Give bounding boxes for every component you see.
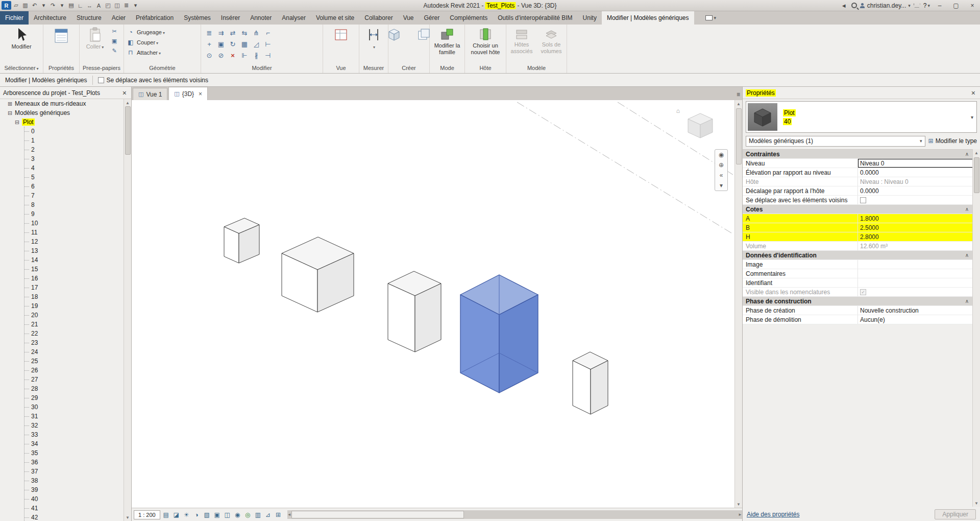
rotate-icon[interactable]: ↻ — [227, 39, 238, 50]
default-3d-view-icon[interactable]: ◰ — [104, 1, 112, 10]
row-decalage[interactable]: Décalage par rapport à l'hôte 0.0000 — [743, 186, 973, 196]
sun-path-icon[interactable]: ☀ — [182, 510, 191, 519]
properties-help-link[interactable]: Aide des propriétés — [747, 511, 799, 518]
redo-icon[interactable]: ↷ — [48, 1, 57, 10]
scale-icon[interactable]: ◿ — [251, 39, 262, 50]
tab-prefabrication[interactable]: Préfabrication — [131, 11, 179, 25]
row-phase-demolition[interactable]: Phase de démolition Aucun(e) — [743, 315, 973, 324]
tree-item-plot-type[interactable]: 23 — [24, 338, 124, 347]
tree-item-plot-type[interactable]: 2 — [24, 145, 124, 154]
row-a[interactable]: A 1.8000 — [743, 214, 973, 223]
scroll-down-icon[interactable]: ▼ — [126, 514, 130, 521]
tree-item-plot-type[interactable]: 10 — [24, 219, 124, 228]
scroll-down-icon[interactable]: ▼ — [974, 500, 978, 507]
pick-new-host-button[interactable]: Choisir un nouvel hôte — [469, 26, 502, 55]
tree-item-plot-type[interactable]: 9 — [24, 209, 124, 219]
maximize-button[interactable]: ▢ — [949, 1, 963, 10]
move-icon[interactable]: + — [204, 39, 215, 50]
properties-toggle-button[interactable] — [48, 26, 74, 44]
tab-structure[interactable]: Structure — [71, 11, 107, 25]
detail-level-icon[interactable]: ▤ — [161, 510, 171, 519]
tree-item-plot-type[interactable]: 37 — [24, 467, 124, 476]
tree-item-plot-type[interactable]: 41 — [24, 504, 124, 513]
tab-annoter[interactable]: Annoter — [245, 11, 277, 25]
mirror-axis-icon[interactable]: ⇄ — [227, 28, 238, 38]
temporary-view-properties-icon[interactable]: ▥ — [253, 510, 263, 519]
cut-to-clipboard-icon[interactable]: ✂ — [110, 27, 119, 35]
print-icon[interactable]: ▤ — [67, 1, 76, 10]
paste-button[interactable]: Coller — [82, 26, 108, 50]
search-icon[interactable] — [851, 3, 857, 8]
view-visibility-button[interactable] — [328, 26, 354, 42]
row-image[interactable]: Image — [743, 260, 973, 269]
scroll-up-icon[interactable]: ▲ — [737, 100, 741, 107]
close-icon[interactable]: × — [121, 89, 128, 97]
mirror-pick-icon[interactable]: ⇆ — [239, 28, 250, 38]
tree-item-plot-type[interactable]: 22 — [24, 329, 124, 338]
scroll-up-icon[interactable]: ▲ — [126, 99, 130, 106]
copy-icon[interactable]: ▣ — [215, 39, 227, 50]
app-store-cart-icon[interactable] — [914, 4, 920, 8]
scroll-up-icon[interactable]: ▲ — [974, 149, 978, 156]
group-donnees-identification[interactable]: Données d'identification — [743, 251, 973, 260]
panel-label-vue[interactable]: Vue — [323, 65, 359, 73]
cut-geometry-button[interactable]: ◧ Couper — [127, 37, 158, 48]
array-icon[interactable]: ▦ — [239, 39, 250, 50]
undo-icon[interactable]: ↶ — [30, 1, 39, 10]
undo-dropdown-icon[interactable]: ▾ — [39, 1, 48, 10]
minimize-button[interactable]: – — [933, 1, 946, 10]
associated-hosts-button[interactable]: Hôtes associés — [509, 26, 534, 54]
tree-item-plot-type[interactable]: 30 — [24, 402, 124, 412]
tab-modifier-modeles-generiques[interactable]: Modifier | Modèles génériques — [602, 11, 694, 25]
drawing-area[interactable]: ⌂ ◉⊕«▾ ▲ ▼ — [132, 100, 742, 508]
group-contraintes[interactable]: Contraintes — [743, 150, 973, 159]
properties-scrollbar[interactable]: ▲ ▼ — [972, 149, 980, 507]
tab-vue[interactable]: Vue — [398, 11, 419, 25]
mass-floors-button[interactable]: Sols de volumes — [538, 26, 564, 54]
scale-button[interactable]: 1 : 200 — [134, 510, 160, 519]
pin-icon[interactable]: ⊙ — [204, 50, 215, 61]
view-tab-3d[interactable]: ◫ {3D} × — [168, 87, 208, 100]
tab-unity[interactable]: Unity — [578, 11, 602, 25]
redo-dropdown-icon[interactable]: ▾ — [58, 1, 66, 10]
tree-item-plot-type[interactable]: 26 — [24, 366, 124, 375]
tree-item-plot-type[interactable]: 25 — [24, 357, 124, 366]
viewcube[interactable] — [684, 110, 717, 143]
properties-filter-dropdown[interactable]: Modèles génériques (1) ▾ — [746, 136, 925, 147]
tree-item-plot-type[interactable]: 6 — [24, 182, 124, 191]
tab-gerer[interactable]: Gérer — [419, 11, 445, 25]
tab-outils-interoperabilite-bim[interactable]: Outils d'interopérabilité BIM — [493, 11, 577, 25]
tree-item-plot-type[interactable]: 3 — [24, 154, 124, 163]
tree-item-plot[interactable]: ⊟ Plot — [0, 117, 124, 127]
tree-item-plot-type[interactable]: 20 — [24, 311, 124, 320]
tree-item-plot-type[interactable]: 7 — [24, 191, 124, 200]
tree-item-plot-type[interactable]: 18 — [24, 292, 124, 301]
row-phase-creation[interactable]: Phase de création Nouvelle construction — [743, 306, 973, 315]
group-cotes[interactable]: Cotes — [743, 205, 973, 214]
row-niveau[interactable]: Niveau Niveau 0 — [743, 159, 973, 168]
crop-view-icon[interactable]: ▧ — [202, 510, 212, 519]
tree-item-plot-type[interactable]: 1 — [24, 136, 124, 145]
tree-item-plot-type[interactable]: 39 — [24, 485, 124, 494]
tree-item-plot-type[interactable]: 33 — [24, 430, 124, 439]
split-icon[interactable]: ⋔ — [251, 28, 262, 38]
reveal-hidden-elements-icon[interactable]: ◎ — [243, 510, 253, 519]
tree-item-plot-type[interactable]: 24 — [24, 347, 124, 357]
expand-icon[interactable]: ⊞ — [7, 101, 13, 107]
section-box-icon[interactable]: ◫ — [223, 510, 232, 519]
tab-analyser[interactable]: Analyser — [277, 11, 311, 25]
create-group-button[interactable] — [381, 26, 407, 42]
delete-icon[interactable]: × — [227, 50, 238, 61]
tree-item-plot-type[interactable]: 42 — [24, 513, 124, 521]
panel-label-presse-papiers[interactable]: Presse-papiers — [80, 65, 124, 73]
reveal-constraints-icon[interactable]: ⊞ — [274, 510, 283, 519]
scrollbar-thumb[interactable] — [291, 511, 464, 518]
row-visible-nomenclatures[interactable]: Visible dans les nomenclatures — [743, 288, 973, 297]
edit-family-button[interactable]: Modifier la famille — [432, 26, 462, 55]
type-selector-dropdown-icon[interactable]: ▾ — [971, 114, 973, 120]
split-with-gap-icon[interactable]: ∦ — [251, 50, 262, 61]
text-icon[interactable]: A — [94, 1, 103, 10]
revit-logo[interactable]: R — [2, 1, 11, 10]
shadows-icon[interactable]: ◑ — [192, 510, 202, 519]
tab-inserer[interactable]: Insérer — [216, 11, 245, 25]
